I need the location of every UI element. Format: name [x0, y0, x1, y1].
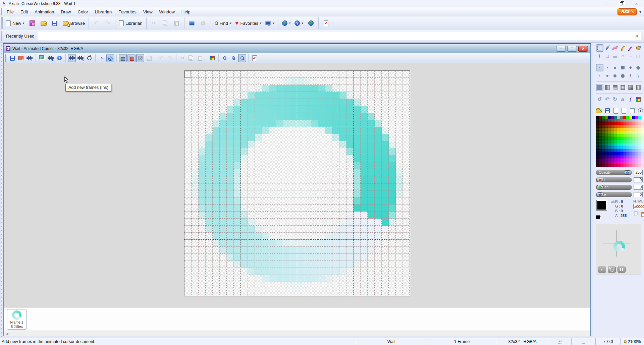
canvas-pixel[interactable]: [325, 120, 332, 127]
canvas-pixel[interactable]: [234, 219, 241, 226]
palette-color[interactable]: [632, 128, 635, 131]
opacity-slider-handle[interactable]: [624, 170, 631, 175]
palette-color[interactable]: [614, 146, 617, 149]
canvas-pixel[interactable]: [184, 240, 192, 247]
canvas-pixel[interactable]: [354, 113, 361, 120]
canvas-pixel[interactable]: [213, 205, 220, 212]
canvas-pixel[interactable]: [248, 205, 255, 212]
canvas-pixel[interactable]: [241, 148, 248, 155]
palette-color[interactable]: [611, 125, 614, 128]
palette-color[interactable]: [596, 137, 599, 140]
palette-color[interactable]: [638, 119, 641, 122]
canvas-pixel[interactable]: [389, 162, 396, 169]
palette-color[interactable]: [632, 140, 635, 143]
canvas-pixel[interactable]: [213, 155, 220, 162]
canvas-pixel[interactable]: [361, 254, 368, 261]
canvas-pixel[interactable]: [290, 85, 297, 92]
canvas-pixel[interactable]: [403, 162, 410, 169]
duplicate-frame-button[interactable]: +: [25, 54, 34, 62]
canvas-pixel[interactable]: [213, 268, 220, 275]
canvas-pixel[interactable]: [227, 92, 234, 99]
canvas-pixel[interactable]: [346, 176, 354, 183]
canvas-pixel[interactable]: [192, 162, 199, 169]
canvas-pixel[interactable]: [403, 113, 410, 120]
canvas-pixel[interactable]: [199, 212, 206, 219]
preview-invert-background-button[interactable]: ◐: [598, 267, 606, 273]
palette-color[interactable]: [608, 146, 611, 149]
canvas-pixel[interactable]: [368, 205, 375, 212]
canvas-pixel[interactable]: [234, 254, 241, 261]
palette-color[interactable]: [629, 119, 632, 122]
palette-color[interactable]: [626, 137, 629, 140]
palette-color[interactable]: [629, 143, 632, 146]
canvas-pixel[interactable]: [311, 120, 318, 127]
canvas-pixel[interactable]: [234, 282, 241, 289]
canvas-pixel[interactable]: [297, 120, 304, 127]
canvas-pixel[interactable]: [361, 219, 368, 226]
palette-color[interactable]: [611, 140, 614, 143]
brush-diamond-small-button[interactable]: [627, 64, 634, 71]
palette-color[interactable]: [620, 125, 623, 128]
canvas-pixel[interactable]: [269, 226, 276, 233]
canvas-pixel[interactable]: [276, 92, 283, 99]
palette-color[interactable]: [614, 152, 617, 155]
canvas-pixel[interactable]: [290, 219, 297, 226]
canvas-pixel[interactable]: [339, 155, 346, 162]
canvas-pixel[interactable]: [192, 148, 199, 155]
canvas-pixel[interactable]: [283, 155, 290, 162]
canvas-pixel[interactable]: [269, 148, 276, 155]
canvas-pixel[interactable]: [346, 71, 354, 78]
canvas-pixel[interactable]: [403, 233, 410, 240]
canvas-pixel[interactable]: [368, 212, 375, 219]
canvas-pixel[interactable]: [290, 226, 297, 233]
canvas-pixel[interactable]: [339, 148, 346, 155]
rectangle-button[interactable]: □: [604, 52, 611, 60]
canvas-pixel[interactable]: [262, 127, 269, 134]
green-slider[interactable]: Green: [596, 185, 632, 190]
canvas-pixel[interactable]: [234, 162, 241, 169]
palette-color[interactable]: [626, 116, 629, 119]
canvas-pixel[interactable]: [262, 226, 269, 233]
canvas-pixel[interactable]: [396, 120, 403, 127]
canvas-pixel[interactable]: [276, 169, 283, 176]
canvas-pixel[interactable]: [339, 226, 346, 233]
palette-color[interactable]: [626, 122, 629, 125]
palette-color[interactable]: [626, 140, 629, 143]
rotate-left-button[interactable]: ↺: [596, 96, 603, 103]
canvas-pixel[interactable]: [283, 92, 290, 99]
canvas-pixel[interactable]: [213, 183, 220, 190]
canvas-pixel[interactable]: [184, 219, 192, 226]
red-value[interactable]: 0: [634, 177, 643, 182]
canvas-pixel[interactable]: [325, 212, 332, 219]
palette-color[interactable]: [638, 134, 641, 137]
canvas-pixel[interactable]: [375, 247, 382, 254]
canvas-pixel[interactable]: [297, 162, 304, 169]
canvas-pixel[interactable]: [311, 148, 318, 155]
canvas-pixel[interactable]: [269, 106, 276, 113]
canvas-pixel[interactable]: [184, 162, 192, 169]
canvas-pixel[interactable]: [318, 190, 325, 197]
canvas-pixel[interactable]: [241, 275, 248, 282]
canvas-pixel[interactable]: [311, 282, 318, 289]
canvas-pixel[interactable]: [241, 183, 248, 190]
palette-color[interactable]: [602, 143, 605, 146]
canvas-pixel[interactable]: [255, 106, 262, 113]
canvas-pixel[interactable]: [206, 127, 213, 134]
canvas-pixel[interactable]: [227, 162, 234, 169]
canvas-pixel[interactable]: [318, 169, 325, 176]
canvas-pixel[interactable]: [255, 282, 262, 289]
canvas-pixel[interactable]: [396, 78, 403, 85]
canvas-pixel[interactable]: [220, 205, 227, 212]
palette-color[interactable]: [599, 155, 602, 158]
canvas-pixel[interactable]: [199, 92, 206, 99]
brush-size-2-button[interactable]: [604, 64, 611, 71]
canvas-pixel[interactable]: [184, 282, 192, 289]
canvas-pixel[interactable]: [318, 268, 325, 275]
canvas-pixel[interactable]: [206, 254, 213, 261]
canvas-pixel[interactable]: [184, 226, 192, 233]
canvas-pixel[interactable]: [354, 99, 361, 106]
canvas-pixel[interactable]: [192, 233, 199, 240]
canvas-pixel[interactable]: [213, 113, 220, 120]
canvas-pixel[interactable]: [290, 71, 297, 78]
palette-color[interactable]: [626, 149, 629, 152]
